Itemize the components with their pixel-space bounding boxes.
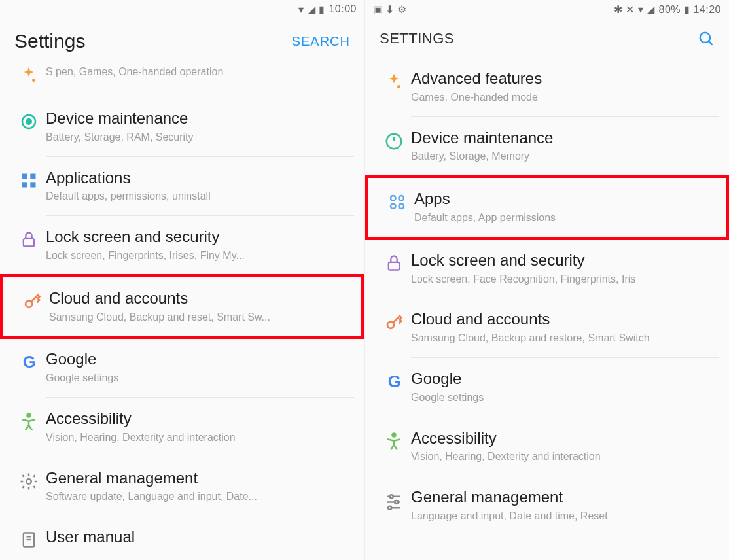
item-title: Google xyxy=(411,370,719,389)
svg-rect-5 xyxy=(22,182,27,187)
status-bar: ▾ ◢ ▮ 10:00 xyxy=(0,0,364,18)
svg-point-31 xyxy=(395,500,398,504)
sliders-icon xyxy=(377,488,411,510)
item-title: User manual xyxy=(46,528,354,547)
item-subtitle: Lock screen, Face Recognition, Fingerpri… xyxy=(411,273,719,287)
sparkle-icon xyxy=(12,63,46,85)
settings-header: Settings SEARCH xyxy=(0,18,364,63)
item-subtitle: Google settings xyxy=(46,372,354,385)
target-icon xyxy=(12,109,46,131)
settings-item-gear[interactable]: General management Software update, Lang… xyxy=(0,457,364,516)
settings-item-sparkle[interactable]: Advanced features Games, One-handed mode xyxy=(365,58,729,116)
item-subtitle: Battery, Storage, RAM, Security xyxy=(46,131,354,145)
item-subtitle: Default apps, App permissions xyxy=(414,211,715,225)
grid-icon xyxy=(12,169,46,190)
settings-title: SETTINGS xyxy=(380,30,454,47)
settings-item-accessibility[interactable]: Accessibility Vision, Hearing, Dexterity… xyxy=(0,398,364,457)
settings-item-google[interactable]: G Google Google settings xyxy=(0,338,364,397)
key-icon xyxy=(377,310,411,332)
svg-rect-6 xyxy=(30,182,35,187)
settings-item-key[interactable]: Cloud and accounts Samsung Cloud, Backup… xyxy=(0,274,364,340)
status-bar: ▣ ⬇ ⚙ ✱ ✕ ▾ ◢ 80% ▮ 14:20 xyxy=(365,0,729,18)
sparkle-icon xyxy=(377,69,411,92)
item-title: Apps xyxy=(414,190,715,209)
settings-item-grid[interactable]: Applications Default apps, permissions, … xyxy=(0,157,364,216)
search-button[interactable]: SEARCH xyxy=(292,34,350,49)
svg-point-29 xyxy=(390,495,393,498)
phone-right: ▣ ⬇ ⚙ ✱ ✕ ▾ ◢ 80% ▮ 14:20 SETTINGS Advan… xyxy=(364,0,729,560)
svg-point-17 xyxy=(397,85,400,88)
google-icon: G xyxy=(12,350,46,371)
item-subtitle: Default apps, permissions, uninstall xyxy=(46,190,354,203)
settings-item-manual[interactable]: User manual xyxy=(0,516,364,560)
svg-point-10 xyxy=(27,413,31,417)
svg-point-11 xyxy=(26,479,31,484)
item-subtitle: Vision, Hearing, Dexterity and interacti… xyxy=(46,431,354,445)
svg-text:G: G xyxy=(23,353,36,372)
power-icon xyxy=(377,129,411,151)
signal-icons: ▾ ◢ ▮ xyxy=(298,3,325,16)
settings-list-left: Advanced features S pen, Games, One-hand… xyxy=(0,63,364,560)
settings-item-power[interactable]: Device maintenance Battery, Storage, Mem… xyxy=(365,117,729,176)
item-subtitle: Battery, Storage, Memory xyxy=(411,150,719,164)
settings-item-accessibility[interactable]: Accessibility Vision, Hearing, Dexterity… xyxy=(365,417,729,476)
svg-point-21 xyxy=(399,196,404,201)
svg-point-8 xyxy=(26,301,32,307)
item-title: Device maintenance xyxy=(46,109,354,128)
item-title: Cloud and accounts xyxy=(49,289,351,308)
phone-left: ▾ ◢ ▮ 10:00 Settings SEARCH Advanced fea… xyxy=(0,0,364,560)
lock-icon xyxy=(377,251,411,272)
apps-icon xyxy=(380,190,414,212)
item-title: Cloud and accounts xyxy=(411,310,719,329)
accessibility-icon xyxy=(12,410,46,432)
settings-item-target[interactable]: Device maintenance Battery, Storage, RAM… xyxy=(0,97,364,156)
svg-point-2 xyxy=(26,119,31,124)
google-icon: G xyxy=(377,370,411,391)
svg-point-25 xyxy=(387,322,394,328)
item-title: Lock screen and security xyxy=(46,228,354,247)
accessibility-icon xyxy=(377,429,411,451)
svg-point-20 xyxy=(391,196,396,201)
svg-rect-7 xyxy=(24,239,34,247)
item-title: Accessibility xyxy=(411,429,719,448)
settings-item-lock[interactable]: Lock screen and security Lock screen, Fa… xyxy=(365,239,729,298)
item-title: Applications xyxy=(46,169,354,188)
svg-point-0 xyxy=(32,79,35,82)
item-title: General management xyxy=(46,469,354,488)
settings-title: Settings xyxy=(14,30,85,52)
manual-icon xyxy=(12,528,46,549)
settings-item-apps[interactable]: Apps Default apps, App permissions xyxy=(365,175,729,240)
key-icon xyxy=(15,289,49,311)
svg-point-22 xyxy=(391,204,396,209)
search-icon[interactable] xyxy=(698,30,715,47)
item-subtitle: Games, One-handed mode xyxy=(411,91,719,105)
item-title: General management xyxy=(411,488,719,507)
item-title: Lock screen and security xyxy=(411,251,719,270)
settings-item-google[interactable]: G Google Google settings xyxy=(365,358,729,417)
settings-list-right: Advanced features Games, One-handed mode… xyxy=(365,58,729,560)
status-icons: ✱ ✕ ▾ ◢ xyxy=(614,3,655,16)
item-title: Accessibility xyxy=(46,410,354,429)
lock-icon xyxy=(12,228,46,249)
svg-rect-3 xyxy=(22,173,27,179)
gear-icon xyxy=(12,469,46,491)
svg-point-27 xyxy=(393,433,396,436)
clock: 10:00 xyxy=(329,3,357,15)
settings-item-lock[interactable]: Lock screen and security Lock screen, Fi… xyxy=(0,216,364,275)
settings-item-sparkle[interactable]: Advanced features S pen, Games, One-hand… xyxy=(0,63,364,97)
item-subtitle: Google settings xyxy=(411,391,719,405)
svg-text:G: G xyxy=(388,372,401,391)
svg-line-16 xyxy=(709,41,713,45)
item-subtitle: Software update, Language and input, Dat… xyxy=(46,490,354,504)
settings-item-key[interactable]: Cloud and accounts Samsung Cloud, Backup… xyxy=(365,298,729,357)
battery-clock: 80% ▮ 14:20 xyxy=(659,3,721,16)
item-subtitle: Language and input, Date and time, Reset xyxy=(411,510,719,523)
svg-point-15 xyxy=(700,33,710,43)
item-subtitle: Samsung Cloud, Backup and reset, Smart S… xyxy=(49,311,351,324)
svg-rect-24 xyxy=(389,262,399,270)
item-subtitle: Vision, Hearing, Dexterity and interacti… xyxy=(411,450,719,464)
settings-item-sliders[interactable]: General management Language and input, D… xyxy=(365,476,729,535)
item-subtitle: Samsung Cloud, Backup and restore, Smart… xyxy=(411,332,719,345)
svg-rect-4 xyxy=(30,173,35,179)
svg-point-33 xyxy=(388,506,391,510)
